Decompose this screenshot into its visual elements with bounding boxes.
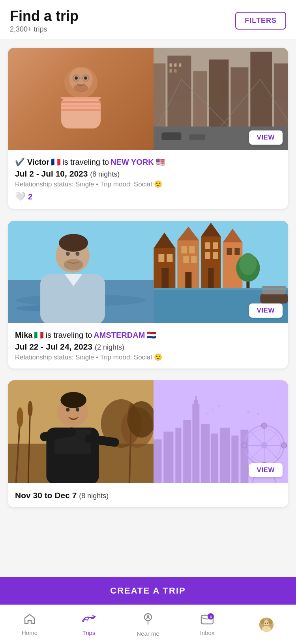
svg-point-72 [240,253,257,275]
svg-point-126 [206,413,208,415]
svg-point-8 [74,84,88,92]
svg-rect-69 [208,268,214,288]
heart-icon-1: 🤍 [15,192,26,202]
svg-rect-104 [211,434,218,483]
svg-rect-96 [154,439,161,483]
svg-rect-54 [189,246,195,253]
svg-point-121 [247,411,250,413]
svg-rect-25 [170,69,172,73]
svg-rect-12 [61,105,101,107]
svg-rect-60 [205,242,210,249]
svg-rect-57 [185,272,192,288]
inbox-icon: 3 [200,613,214,628]
svg-rect-98 [176,428,182,483]
svg-rect-53 [182,246,187,253]
svg-rect-11 [61,101,101,103]
filters-button[interactable]: FILTERS [235,12,286,30]
near-me-icon [142,612,154,629]
likes-count-1: 2 [28,192,32,201]
trips-icon [82,613,96,628]
card-title-2: Mika 🇮🇹 is traveling to AMSTERDAM 🇳🇱 [15,329,281,341]
trip-card-1: VIEW ✔️ Victor 🇫🇷 is traveling to NEW YO… [8,48,288,209]
svg-rect-24 [179,63,182,67]
svg-point-118 [281,443,287,448]
svg-text:3: 3 [210,615,212,619]
view-button-1[interactable]: VIEW [249,130,283,145]
svg-point-122 [254,407,255,409]
bottom-nav: Home Trips Near me [0,605,296,644]
view-button-2[interactable]: VIEW [249,303,283,318]
card-images-2: VIEW [8,221,288,323]
svg-rect-102 [195,396,197,402]
card-images-1: VIEW [8,48,288,150]
svg-rect-13 [61,109,101,111]
verified-icon-1: ✔️ [15,156,25,168]
svg-point-89 [76,408,79,411]
svg-rect-23 [174,63,177,67]
nav-near-me-label: Near me [137,630,159,637]
svg-rect-48 [159,254,165,262]
nav-home-label: Home [22,629,37,636]
nav-inbox-label: Inbox [200,629,215,636]
traveler-name-2: Mika [15,329,32,341]
svg-rect-62 [205,252,210,259]
svg-point-81 [28,401,32,417]
header: Find a trip 2,300+ trips FILTERS [0,0,296,40]
svg-point-115 [262,423,267,428]
svg-rect-97 [164,432,174,483]
svg-rect-74 [262,286,286,294]
nav-inbox[interactable]: 3 Inbox [178,613,237,636]
dest-flag-2: 🇳🇱 [146,329,156,341]
flag-1: 🇫🇷 [51,156,61,168]
svg-point-139 [267,622,268,624]
card-info-1: ✔️ Victor 🇫🇷 is traveling to NEW YORK 🇺🇸… [8,150,288,209]
svg-point-124 [212,409,214,411]
card-meta-1: Relationship status: Single • Trip mood:… [15,180,281,188]
nav-trips[interactable]: Trips [59,613,118,636]
nav-near-me[interactable]: Near me [118,612,178,637]
svg-rect-103 [201,424,210,483]
header-left: Find a trip 2,300+ trips [10,8,79,34]
svg-point-138 [265,622,266,624]
profile-avatar [259,618,274,632]
nav-home[interactable]: Home [0,613,59,636]
svg-rect-105 [220,428,230,483]
trip-card-2: VIEW Mika 🇮🇹 is traveling to AMSTERDAM 🇳… [8,221,288,369]
trip-person-photo-2 [8,221,154,323]
trip-list: VIEW ✔️ Victor 🇫🇷 is traveling to NEW YO… [0,40,296,555]
card-info-2: Mika 🇮🇹 is traveling to AMSTERDAM 🇳🇱 Jul… [8,323,288,369]
svg-point-123 [257,413,259,415]
verb-2: is traveling to [45,329,92,341]
view-button-3[interactable]: VIEW [249,463,283,477]
card-dates-1: Jul 2 - Jul 10, 2023 (8 nights) [15,169,281,179]
svg-point-79 [17,407,23,427]
svg-rect-49 [167,254,173,262]
svg-point-4 [84,76,87,80]
trip-card-3: weere [8,380,288,507]
trip-person-photo-1 [8,48,154,150]
svg-rect-50 [162,268,169,288]
flag-2: 🇮🇹 [34,329,44,341]
svg-rect-68 [235,248,240,255]
svg-point-40 [75,252,79,256]
svg-point-39 [66,252,70,256]
home-icon [24,613,36,628]
svg-rect-10 [61,97,101,99]
svg-point-136 [260,619,264,624]
svg-rect-73 [260,294,288,303]
card-likes-1[interactable]: 🤍 2 [15,192,281,202]
create-trip-button[interactable]: CREATE A TRIP [0,577,296,605]
card-images-3: weere [8,380,288,483]
svg-rect-55 [184,256,189,263]
svg-rect-63 [213,252,218,259]
card-dates-3: Nov 30 to Dec 7 (8 nights) [15,491,281,500]
verb-1: is traveling to [62,156,109,168]
card-dates-2: Jul 22 - Jul 24, 2023 (2 nights) [15,342,281,352]
svg-rect-61 [213,242,218,249]
svg-point-117 [242,443,247,448]
svg-point-134 [264,620,269,626]
svg-point-90 [60,392,86,408]
nav-profile[interactable] [237,618,296,632]
svg-point-41 [64,259,83,270]
svg-rect-22 [170,63,172,67]
